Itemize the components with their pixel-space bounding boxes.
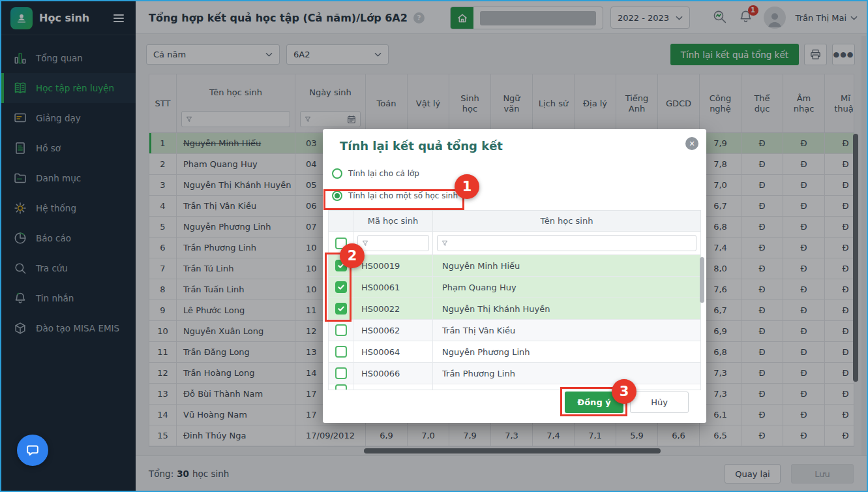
modal-scrollbar-thumb[interactable] — [700, 257, 704, 303]
modal-student-row-4[interactable]: HS00064Nguyễn Phương Linh — [329, 341, 700, 363]
code-filter-input[interactable] — [357, 235, 429, 251]
checkbox-column-header — [329, 211, 353, 231]
cancel-button[interactable]: Hủy — [630, 392, 689, 413]
annotation-step-1: 1 — [455, 174, 479, 199]
row-checkbox[interactable] — [335, 367, 347, 379]
modal-student-table: Mã học sinh Tên học sinh HS00019Nguyễn M… — [328, 210, 701, 390]
chat-widget-button[interactable] — [17, 435, 48, 466]
modal-student-row-0[interactable]: HS00019Nguyễn Minh Hiếu — [329, 255, 700, 277]
radio-icon[interactable] — [332, 168, 342, 179]
student-name-cell: Trần Phương Linh — [433, 363, 700, 384]
radio-whole-class-label: Tính lại cho cả lớp — [348, 169, 419, 178]
student-code-header: Mã học sinh — [353, 211, 433, 231]
annotation-step-3: 3 — [612, 379, 636, 404]
student-name-cell: Trần Thị Vân Kiều — [433, 320, 700, 341]
modal-student-row-3[interactable]: HS00062Trần Thị Vân Kiều — [329, 320, 700, 341]
filter-icon — [362, 240, 368, 247]
student-code-cell: HS00019 — [353, 255, 433, 276]
student-name-cell: Nguyễn Thị Khánh Huyền — [433, 298, 700, 319]
row-checkbox[interactable] — [335, 324, 347, 336]
app-window: Học sinh Tổng quanHọc tập rèn luyệnGiảng… — [0, 0, 868, 492]
name-filter-input[interactable] — [437, 235, 696, 251]
modal-student-row-2[interactable]: HS00022Nguyễn Thị Khánh Huyền — [329, 298, 700, 320]
modal-title: Tính lại kết quả tổng kết — [340, 139, 503, 153]
student-code-cell: HS00061 — [353, 277, 433, 298]
radio-whole-class[interactable]: Tính lại cho cả lớp — [332, 166, 419, 181]
modal-student-row-1[interactable]: HS00061Phạm Quang Huy — [329, 277, 700, 298]
close-icon[interactable]: ✕ — [685, 137, 698, 150]
student-code-cell: HS00022 — [353, 298, 433, 319]
annotation-rect-step1 — [323, 189, 464, 210]
recalculate-modal: ✕ Tính lại kết quả tổng kết Tính lại cho… — [323, 129, 706, 423]
student-code-cell: HS00062 — [353, 320, 433, 341]
modal-student-row-5[interactable]: HS00066Trần Phương Linh — [329, 363, 700, 384]
row-checkbox[interactable] — [335, 346, 347, 358]
annotation-step-2: 2 — [340, 243, 365, 268]
modal-table-body: HS00019Nguyễn Minh HiếuHS00061Phạm Quang… — [329, 255, 700, 390]
modal-table-header: Mã học sinh Tên học sinh — [329, 211, 700, 232]
student-code-cell: HS00064 — [353, 341, 433, 362]
student-name-cell: Phạm Quang Huy — [433, 277, 700, 298]
filter-icon — [441, 240, 448, 247]
chat-bubble-icon — [24, 442, 41, 459]
row-checkbox[interactable] — [335, 384, 347, 390]
student-code-cell: HS00066 — [353, 363, 433, 384]
student-name-header: Tên học sinh — [433, 211, 700, 231]
student-name-cell: Nguyễn Phương Linh — [433, 341, 700, 362]
student-name-cell: Nguyễn Minh Hiếu — [433, 255, 700, 276]
modal-filter-row — [329, 232, 700, 255]
modal-student-row-partial — [329, 384, 700, 390]
